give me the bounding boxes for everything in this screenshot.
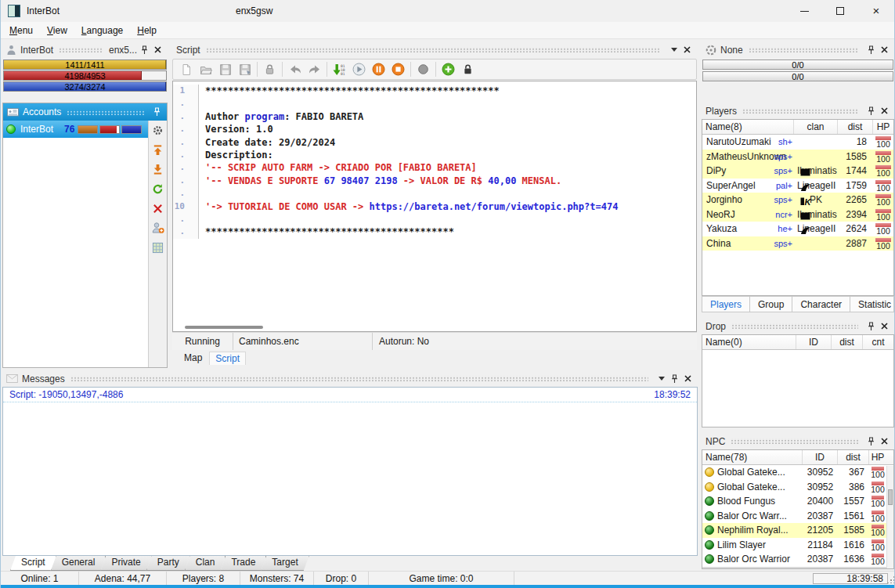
player-row[interactable]: NeoRJncr+Iluminatis2394100 [702, 207, 893, 222]
npc-row[interactable]: Blood Fungus204001557100 [702, 494, 886, 509]
refresh-icon[interactable] [151, 182, 165, 196]
code-segment: '-- SCRIP AUTO FARM -> CRIADO POR [FABIO… [205, 162, 477, 173]
col-cnt[interactable]: cnt [863, 335, 893, 349]
script-editor[interactable]: 1***************************************… [172, 81, 697, 332]
stop-icon[interactable] [388, 60, 408, 78]
tab-private[interactable]: Private [100, 556, 151, 571]
col-id[interactable]: ID [803, 450, 838, 464]
npc-row[interactable]: Lilim Slave211841711100 [702, 567, 886, 570]
add-account-icon[interactable] [151, 221, 165, 235]
close-panel-icon[interactable] [879, 44, 890, 56]
npc-row[interactable]: Balor Orc Warr...203871561100 [702, 509, 886, 524]
col-dist[interactable]: dist [832, 335, 863, 349]
settings-icon[interactable] [151, 123, 165, 137]
tab-general[interactable]: General [51, 556, 106, 571]
npc-row[interactable]: Balor Orc Warrior203871636100 [702, 552, 886, 567]
tab-players[interactable]: Players [702, 297, 750, 312]
npc-id: 21184 [803, 539, 838, 550]
player-row[interactable]: DiPysps+Iluminatis1744100 [702, 164, 893, 179]
undo-icon[interactable] [285, 60, 305, 78]
npc-hp: 100 [869, 552, 886, 567]
player-row[interactable]: NarutoUzumakish+18100 [702, 135, 893, 150]
move-to-bottom-icon[interactable] [151, 162, 165, 176]
tab-map[interactable]: Map [179, 352, 208, 364]
hp-value: 100 [869, 528, 886, 537]
protect-lock-icon[interactable] [458, 60, 478, 78]
title-bar: InterBot enx5gsw × [1, 0, 894, 22]
col-hp[interactable]: HP [873, 120, 893, 134]
editor-hscrollbar-thumb[interactable] [185, 326, 263, 329]
new-file-icon[interactable] [176, 60, 196, 78]
player-row[interactable]: zMatheusUnknownsps+1585100 [702, 150, 893, 164]
col-id[interactable]: ID [796, 335, 832, 349]
lock-icon[interactable] [260, 60, 280, 78]
pin-icon[interactable] [865, 105, 877, 117]
tab-character[interactable]: Character [792, 297, 850, 312]
code-text: ****************************************… [199, 225, 454, 238]
player-row[interactable]: Yakuzahe+LineageII2624100 [702, 222, 893, 236]
col-hp[interactable]: HP [869, 450, 886, 464]
menu-item-view[interactable]: View [40, 23, 74, 38]
close-panel-icon[interactable] [681, 44, 693, 56]
close-panel-icon[interactable] [152, 44, 164, 56]
player-row[interactable]: Chinasps+2887100 [702, 236, 893, 251]
tab-group[interactable]: Group [750, 297, 792, 312]
close-panel-icon[interactable] [879, 320, 890, 332]
col-name[interactable]: Name(8) [702, 120, 794, 134]
col-dist[interactable]: dist [838, 120, 873, 134]
move-to-top-icon[interactable] [151, 142, 165, 157]
close-button[interactable]: × [858, 0, 894, 22]
tab-party[interactable]: Party [146, 556, 190, 571]
message-row[interactable]: Script: -19050,13497,-488618:39:52 [3, 388, 697, 402]
maximize-button[interactable] [822, 0, 858, 22]
col-clan[interactable]: clan [794, 120, 838, 134]
record-icon[interactable] [413, 60, 433, 78]
pin-icon[interactable] [865, 44, 877, 56]
panel-menu-icon[interactable] [668, 44, 680, 56]
add-icon[interactable] [438, 60, 458, 78]
tab-statistic[interactable]: Statistic [850, 297, 895, 312]
player-row[interactable]: Jorginhosps+PKK2265100 [702, 193, 893, 207]
player-row[interactable]: SuperAngelpal+LineageII1759100 [702, 179, 893, 193]
panel-menu-icon[interactable] [655, 373, 667, 384]
tab-target[interactable]: Target [261, 556, 309, 571]
tab-script-log[interactable]: Script [10, 556, 56, 571]
step-order-icon[interactable]: 011001 [330, 60, 349, 78]
npc-row[interactable]: Global Gateke...30952386100 [702, 480, 886, 495]
map-icon[interactable] [151, 240, 165, 254]
player-dist: 2887 [838, 238, 873, 249]
redo-icon[interactable] [305, 60, 324, 78]
delete-icon[interactable] [151, 201, 165, 215]
col-dist[interactable]: dist [838, 450, 869, 464]
menu-item-language[interactable]: Language [74, 23, 130, 38]
tab-script[interactable]: Script [209, 352, 246, 365]
col-name[interactable]: Name(78) [702, 450, 803, 464]
close-panel-icon[interactable] [879, 435, 890, 447]
minimize-button[interactable] [786, 0, 822, 22]
menu-item-help[interactable]: Help [130, 23, 164, 38]
npc-scrollbar[interactable] [886, 466, 893, 568]
close-panel-icon[interactable] [682, 373, 694, 384]
open-file-icon[interactable] [196, 60, 215, 78]
npc-scrollbar-thumb[interactable] [888, 489, 893, 505]
save-icon[interactable] [215, 60, 235, 78]
col-name[interactable]: Name(0) [702, 335, 796, 349]
pin-icon[interactable] [669, 373, 680, 384]
pause-icon[interactable] [369, 60, 388, 78]
pin-icon[interactable] [139, 44, 150, 56]
npc-row[interactable]: Lilim Slayer211841616100 [702, 538, 886, 553]
tab-trade[interactable]: Trade [220, 556, 266, 571]
code-text: '-- SCRIP AUTO FARM -> CRIADO POR [FABIO… [199, 161, 477, 174]
tab-clan[interactable]: Clan [185, 556, 226, 571]
menu-item-menu[interactable]: Menu [2, 23, 40, 38]
pin-icon[interactable] [865, 435, 877, 447]
npc-row[interactable]: Nephilim Royal...212051585100 [702, 523, 886, 538]
save-as-icon[interactable] [235, 60, 254, 78]
npc-row[interactable]: Global Gateke...30952367100 [702, 465, 886, 480]
play-icon[interactable] [349, 60, 369, 78]
pin-icon[interactable] [151, 106, 163, 118]
account-row[interactable]: InterBot 76 [3, 121, 148, 138]
pin-icon[interactable] [865, 320, 877, 332]
close-panel-icon[interactable] [879, 105, 890, 117]
toolbar-separator [282, 62, 283, 77]
